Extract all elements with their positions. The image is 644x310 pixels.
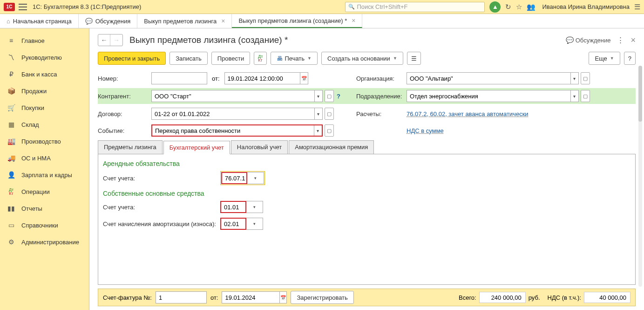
own-account-input[interactable]: 01.01 [220, 201, 246, 213]
sidebar-label: Склад [21, 121, 39, 128]
tab-home[interactable]: ⌂ Начальная страница [0, 14, 79, 28]
btn-label: Еще [595, 55, 607, 62]
more-button[interactable]: Еще▼ [589, 52, 620, 65]
kebab-menu-icon[interactable]: ⋮ [617, 36, 624, 44]
app-title: 1С: Бухгалтерия 8.3 (1С:Предприятие) [33, 3, 141, 10]
own-assets-title: Собственные основные средства [103, 190, 630, 197]
scrollbar[interactable] [638, 66, 642, 287]
post-and-close-button[interactable]: Провести и закрыть [98, 52, 166, 65]
search-input[interactable]: 🔍 Поиск Ctrl+Shift+F [345, 2, 485, 12]
sidebar-label: Руководителю [21, 54, 62, 61]
tab-leasing-items[interactable]: Предметы лизинга [98, 140, 163, 154]
sidebar-item-assets[interactable]: 🚚ОС и НМА [0, 150, 89, 166]
favorites-icon[interactable]: ☆ [516, 3, 522, 11]
chevron-down-icon[interactable]: ▾ [570, 73, 578, 84]
counterparty-input[interactable]: ▾ [151, 90, 323, 102]
settlements-link[interactable]: 76.07.2, 60.02, зачет аванса автоматичес… [407, 110, 529, 117]
event-label: Событие: [98, 127, 151, 134]
contract-input[interactable]: ▾ [151, 108, 323, 120]
scrollbar-thumb[interactable] [638, 66, 642, 122]
sidebar-item-catalogs[interactable]: ▭Справочники [0, 217, 89, 234]
invoice-number-input[interactable] [156, 291, 207, 303]
calendar-icon[interactable]: 📅 [300, 73, 307, 84]
sidebar-item-operations[interactable]: ДтКтОперации [0, 183, 89, 200]
person-icon: 👤 [7, 171, 15, 179]
btn-label: Зарегистрировать [297, 294, 347, 301]
sidebar: ≡Главное 〽Руководителю ₽Банк и касса 📦Пр… [0, 28, 89, 310]
help-icon[interactable]: ? [337, 93, 344, 100]
sidebar-item-main[interactable]: ≡Главное [0, 32, 89, 49]
sidebar-item-purchases[interactable]: 🛒Покупки [0, 99, 89, 116]
sidebar-label: Продажи [21, 88, 47, 95]
tab-leasing-create[interactable]: Выкуп предметов лизинга (создание) * × [232, 14, 362, 28]
own-account-dropdown[interactable]: ▾ [246, 201, 263, 213]
settings-bars-icon[interactable]: ☰ [634, 3, 640, 11]
division-input[interactable]: ▾ [407, 90, 579, 102]
sidebar-item-sales[interactable]: 📦Продажи [0, 83, 89, 99]
sidebar-label: Зарплата и кадры [21, 172, 72, 179]
chevron-down-icon[interactable]: ▾ [314, 90, 322, 102]
main-menu-icon[interactable] [19, 4, 27, 10]
open-event-button[interactable]: ▢ [325, 124, 334, 137]
tab-tax[interactable]: Налоговый учет [231, 140, 288, 154]
open-org-button[interactable]: ▢ [581, 72, 590, 84]
home-icon: ⌂ [7, 18, 10, 25]
help-button[interactable]: ? [624, 52, 636, 65]
chevron-down-icon[interactable]: ▾ [314, 125, 322, 136]
deprec-account-input[interactable]: 02.01 [220, 218, 246, 230]
nav-back-button[interactable]: ← [98, 34, 110, 46]
tab-depreciation-bonus[interactable]: Амортизационная премия [289, 140, 374, 154]
close-form-button[interactable]: × [630, 35, 636, 45]
history-icon[interactable]: ↻ [505, 3, 511, 11]
users-icon[interactable]: 👥 [527, 3, 536, 11]
lease-account-input[interactable]: 76.07.1 [221, 172, 247, 184]
btn-label: Записать [176, 55, 202, 62]
own-acct-label: Счет учета: [103, 204, 220, 211]
date-input[interactable]: 📅 [224, 72, 308, 84]
factory-icon: 🏭 [7, 138, 15, 145]
page-title: Выкуп предметов лизинга (создание) * [129, 35, 288, 45]
structure-button[interactable]: ☰ [407, 52, 421, 65]
chart-icon: 〽 [7, 54, 15, 61]
sidebar-item-hr[interactable]: 👤Зарплата и кадры [0, 166, 89, 183]
number-input[interactable] [151, 72, 207, 84]
calendar-icon[interactable]: 📅 [279, 292, 287, 303]
sidebar-item-manager[interactable]: 〽Руководителю [0, 49, 89, 66]
chevron-down-icon[interactable]: ▾ [314, 108, 322, 119]
invoice-date-input[interactable]: 📅 [222, 291, 287, 303]
sidebar-item-admin[interactable]: ⚙Администрирование [0, 234, 89, 250]
register-button[interactable]: Зарегистрировать [291, 291, 353, 304]
print-button[interactable]: 🖶Печать▼ [271, 52, 318, 65]
sidebar-item-bank[interactable]: ₽Банк и касса [0, 66, 89, 83]
chevron-down-icon[interactable]: ▾ [570, 90, 578, 102]
tab-accounting[interactable]: Бухгалтерский учет [163, 141, 230, 154]
post-button[interactable]: Провести [211, 52, 251, 65]
close-icon[interactable]: × [352, 17, 355, 24]
open-division-button[interactable]: ▢ [581, 90, 590, 102]
org-input[interactable]: ▾ [407, 72, 579, 84]
open-counterparty-button[interactable]: ▢ [325, 90, 334, 102]
chevron-down-icon: ▼ [307, 56, 312, 61]
sidebar-item-reports[interactable]: ▮▮Отчеты [0, 200, 89, 217]
sidebar-label: Операции [21, 188, 50, 195]
truck-icon: 🚚 [7, 154, 15, 162]
close-icon[interactable]: × [221, 17, 225, 25]
create-based-button[interactable]: Создать на основании▼ [321, 52, 403, 65]
user-name[interactable]: Иванова Ирина Владимировна [542, 3, 630, 10]
open-contract-button[interactable]: ▢ [325, 108, 334, 120]
event-input[interactable]: ▾ [151, 124, 323, 137]
lease-account-dropdown[interactable]: ▾ [247, 172, 264, 184]
sidebar-item-production[interactable]: 🏭Производство [0, 133, 89, 150]
sidebar-item-warehouse[interactable]: ▦Склад [0, 116, 89, 133]
notifications-icon[interactable]: ▲ [489, 1, 501, 13]
currency-label: руб. [529, 294, 540, 301]
save-button[interactable]: Записать [169, 52, 208, 65]
discussion-button[interactable]: 💬Обсуждение [566, 36, 611, 44]
lease-obligations-title: Арендные обязательства [103, 160, 630, 167]
deprec-account-dropdown[interactable]: ▾ [246, 218, 263, 230]
tab-discussions[interactable]: 💬 Обсуждения [79, 14, 138, 28]
tab-leasing-list[interactable]: Выкуп предметов лизинга × [137, 14, 232, 28]
nav-forward-button: → [110, 34, 122, 46]
vat-link[interactable]: НДС в сумме [407, 127, 444, 134]
dtkt-button[interactable]: ДтКт [254, 52, 267, 65]
